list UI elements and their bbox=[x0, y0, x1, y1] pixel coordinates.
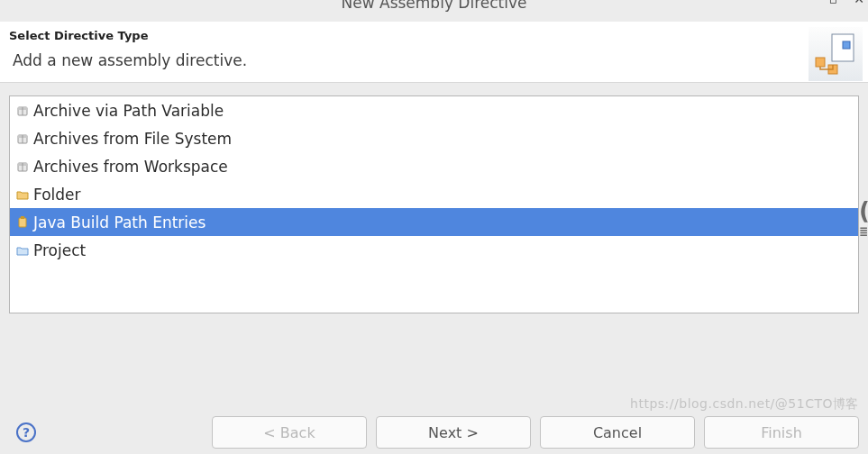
titlebar: New Assembly Directive ▫ ✕ bbox=[0, 0, 868, 22]
archive-icon bbox=[15, 132, 30, 146]
list-item-label: Archives from Workspace bbox=[33, 158, 228, 176]
cancel-button[interactable]: Cancel bbox=[540, 416, 695, 449]
archive-icon bbox=[15, 104, 30, 118]
list-item[interactable]: Archives from File System bbox=[10, 124, 858, 152]
list-item[interactable]: Project bbox=[10, 236, 858, 264]
next-button[interactable]: Next > bbox=[376, 416, 531, 449]
dialog-header: Select Directive Type Add a new assembly… bbox=[0, 22, 868, 83]
svg-rect-1 bbox=[843, 41, 850, 49]
back-button[interactable]: < Back bbox=[212, 416, 367, 449]
list-item-label: Archive via Path Variable bbox=[33, 102, 224, 120]
list-item-label: Archives from File System bbox=[33, 130, 232, 148]
edge-decoration: (≣ bbox=[859, 203, 868, 240]
list-item-label: Folder bbox=[33, 186, 81, 204]
jar-icon bbox=[15, 215, 30, 230]
help-icon[interactable]: ? bbox=[16, 422, 36, 442]
window-title: New Assembly Directive bbox=[342, 0, 527, 12]
svg-rect-13 bbox=[19, 218, 26, 227]
finish-button[interactable]: Finish bbox=[704, 416, 859, 449]
dialog-footer: ? < Back Next > Cancel Finish bbox=[0, 411, 868, 454]
list-item-label: Project bbox=[33, 241, 86, 259]
project-icon bbox=[15, 243, 30, 258]
dialog-window: New Assembly Directive ▫ ✕ Select Direct… bbox=[0, 0, 868, 454]
list-item-label: Java Build Path Entries bbox=[33, 213, 206, 232]
minimize-button[interactable]: ▫ bbox=[829, 0, 838, 2]
window-controls: ▫ ✕ bbox=[829, 0, 864, 2]
list-item[interactable]: Archives from Workspace bbox=[10, 152, 858, 180]
svg-rect-2 bbox=[816, 58, 825, 67]
content-area: Archive via Path VariableArchives from F… bbox=[0, 83, 868, 411]
list-item[interactable]: Java Build Path Entries bbox=[10, 208, 858, 236]
directive-icon bbox=[809, 27, 863, 81]
close-button[interactable]: ✕ bbox=[854, 0, 864, 2]
archive-icon bbox=[15, 159, 30, 174]
directive-type-list[interactable]: Archive via Path VariableArchives from F… bbox=[9, 95, 859, 313]
list-item[interactable]: Archive via Path Variable bbox=[10, 96, 858, 124]
header-description: Add a new assembly directive. bbox=[13, 51, 859, 69]
folder-icon bbox=[15, 187, 30, 202]
watermark: https://blog.csdn.net/@51CTO博客 bbox=[630, 396, 859, 413]
list-item[interactable]: Folder bbox=[10, 180, 858, 208]
svg-rect-14 bbox=[21, 216, 24, 219]
header-title: Select Directive Type bbox=[9, 29, 859, 42]
